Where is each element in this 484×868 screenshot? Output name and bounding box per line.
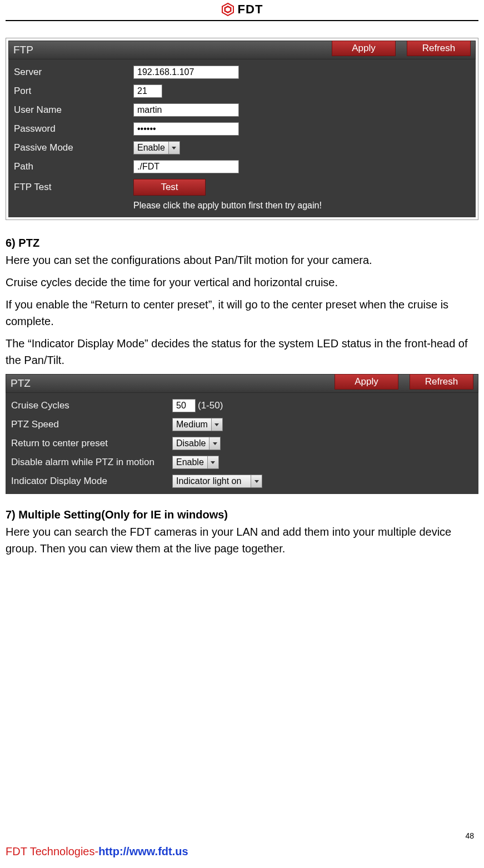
ptz-panel: PTZ Apply Refresh Cruise Cycles (1-50) P…: [6, 374, 478, 494]
password-input[interactable]: [133, 122, 239, 136]
multi-heading: 7) Multiple Setting(Only for IE in windo…: [6, 508, 478, 521]
ftptest-label: FTP Test: [14, 182, 133, 193]
ftp-port-row: Port: [14, 82, 470, 101]
passive-label: Passive Mode: [14, 142, 133, 153]
ftp-path-row: Path: [14, 157, 470, 176]
ftp-hint: Please click the apply button first then…: [14, 198, 470, 214]
server-label: Server: [14, 67, 133, 78]
ptz-disable-alarm-row: Disable alarm while PTZ in motion Enable: [11, 453, 473, 472]
cruise-label: Cruise Cycles: [11, 400, 172, 411]
ftp-test-row: FTP Test Test: [14, 176, 470, 198]
disable-alarm-select[interactable]: Enable: [172, 456, 219, 469]
passive-select[interactable]: Enable: [133, 141, 180, 154]
footer-company: FDT Technologies-: [6, 845, 98, 857]
chevron-down-icon: [168, 142, 179, 154]
apply-button[interactable]: Apply: [332, 41, 396, 56]
footer: FDT Technologies-http://www.fdt.us: [6, 845, 188, 858]
ptz-indicator-row: Indicator Display Mode Indicator light o…: [11, 472, 473, 491]
server-input[interactable]: [133, 66, 239, 79]
indicator-select[interactable]: Indicator light on: [172, 475, 262, 488]
username-input[interactable]: [133, 103, 239, 117]
password-label: Password: [14, 123, 133, 134]
footer-url[interactable]: http://www.fdt.us: [98, 845, 188, 857]
ftp-passive-row: Passive Mode Enable: [14, 138, 470, 157]
indicator-label: Indicator Display Mode: [11, 476, 172, 487]
chevron-down-icon: [207, 456, 218, 468]
multi-paragraph-1: Here you can search the FDT cameras in y…: [6, 523, 478, 557]
ftp-screenshot-frame: FTP Apply Refresh Server Port User Name: [6, 38, 478, 220]
refresh-button[interactable]: Refresh: [407, 41, 471, 56]
document-page: FDT FTP Apply Refresh Server Port User N…: [0, 0, 484, 868]
ptz-panel-header: PTZ Apply Refresh: [6, 374, 478, 393]
cruise-input[interactable]: [172, 399, 196, 412]
ftp-panel-title: FTP: [13, 44, 321, 56]
chevron-down-icon: [209, 437, 220, 450]
page-header: FDT: [6, 0, 478, 21]
cruise-range: (1-50): [198, 400, 223, 411]
ptz-paragraph-4: The “Indicator Display Mode” decides the…: [6, 335, 478, 368]
speed-select-value: Medium: [173, 420, 211, 430]
username-label: User Name: [14, 104, 133, 116]
ptz-paragraph-2: Cruise cycles decide the time for your v…: [6, 274, 478, 291]
apply-button[interactable]: Apply: [335, 374, 398, 390]
disable-alarm-select-value: Enable: [173, 457, 207, 467]
ptz-paragraph-1: Here you can set the configurations abou…: [6, 252, 478, 268]
port-input[interactable]: [133, 84, 162, 98]
chevron-down-icon: [211, 418, 222, 431]
speed-select[interactable]: Medium: [172, 418, 223, 431]
ptz-paragraph-3: If you enable the “Return to center pres…: [6, 296, 478, 330]
ptz-heading: 6) PTZ: [6, 237, 478, 250]
ftp-panel-body: Server Port User Name Password Passive M…: [8, 59, 476, 217]
ptz-return-row: Return to center preset Disable: [11, 434, 473, 453]
return-select-value: Disable: [173, 438, 209, 448]
ftp-password-row: Password: [14, 119, 470, 138]
ptz-panel-title: PTZ: [11, 377, 323, 390]
speed-label: PTZ Speed: [11, 419, 172, 430]
ftp-server-row: Server: [14, 63, 470, 82]
return-label: Return to center preset: [11, 438, 172, 449]
brand-logo-icon: [221, 3, 234, 16]
brand-logo-text: FDT: [238, 2, 263, 17]
indicator-select-value: Indicator light on: [173, 476, 251, 486]
ftp-username-row: User Name: [14, 101, 470, 119]
passive-select-value: Enable: [134, 143, 168, 153]
ftp-panel-header: FTP Apply Refresh: [8, 41, 476, 59]
ptz-cruise-row: Cruise Cycles (1-50): [11, 396, 473, 415]
return-select[interactable]: Disable: [172, 437, 221, 450]
ftp-panel: FTP Apply Refresh Server Port User Name: [8, 41, 476, 217]
port-label: Port: [14, 86, 133, 97]
refresh-button[interactable]: Refresh: [410, 374, 473, 390]
disable-alarm-label: Disable alarm while PTZ in motion: [11, 457, 172, 468]
path-input[interactable]: [133, 160, 239, 173]
page-number: 48: [465, 831, 474, 840]
test-button[interactable]: Test: [133, 179, 206, 196]
ptz-speed-row: PTZ Speed Medium: [11, 415, 473, 434]
path-label: Path: [14, 161, 133, 172]
ptz-panel-body: Cruise Cycles (1-50) PTZ Speed Medium Re…: [6, 393, 478, 494]
chevron-down-icon: [251, 475, 262, 487]
